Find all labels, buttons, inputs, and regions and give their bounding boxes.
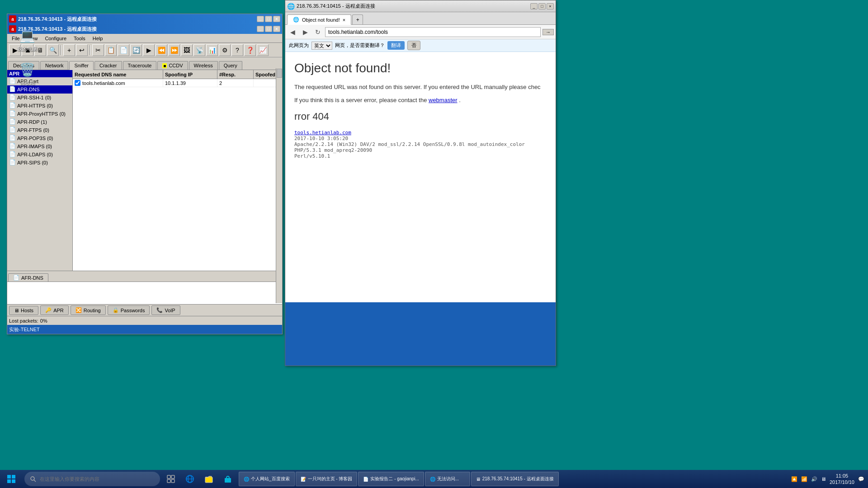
display-icon[interactable]: 🖥 <box>821 476 826 482</box>
tb-btn7[interactable]: 📄 <box>118 44 129 56</box>
taskbar-app-store[interactable] <box>219 470 237 488</box>
tb-btn17[interactable]: ❓ <box>244 44 256 56</box>
dns-checkbox[interactable] <box>75 80 80 86</box>
back-button[interactable]: ◀ <box>287 27 298 38</box>
taskbar-app-ie[interactable] <box>181 470 199 488</box>
tb-btn5[interactable]: ✂ <box>92 44 104 56</box>
table-row: tools.hetianlab.com 10.1.1.39 2 <box>73 79 282 87</box>
browser-tab-active[interactable]: 🌐 Object not found! × <box>287 14 351 25</box>
tab-ccdv[interactable]: ■CCDV <box>157 61 188 70</box>
tree-item-sips[interactable]: 📄 APR-SIPS (0) <box>7 159 72 167</box>
taskbar-win-error[interactable]: 🌐 无法访问... <box>425 472 470 486</box>
taskbar-win-blog[interactable]: 📝 一只坷的主页 - 博客园 <box>296 472 358 486</box>
tb-btn4[interactable]: ↩ <box>76 44 88 56</box>
network-icon[interactable]: 📶 <box>801 476 807 482</box>
tab-cracker[interactable]: Cracker <box>94 61 122 70</box>
menu-help[interactable]: Help <box>89 35 107 42</box>
maximize-button[interactable]: □ <box>265 16 272 22</box>
tab-traceroute[interactable]: Traceroute <box>123 61 157 70</box>
tab-sniffer[interactable]: Sniffer <box>69 61 94 70</box>
tb-btn15[interactable]: ⚙ <box>219 44 231 56</box>
go-button[interactable]: → <box>542 29 554 35</box>
bot-tab-hosts[interactable]: 🖥 Hosts <box>9 306 38 315</box>
tb-btn14[interactable]: 📊 <box>206 44 218 56</box>
tab-wireless[interactable]: Wireless <box>189 61 218 70</box>
translate-lang-select[interactable]: 英文 <box>311 42 332 50</box>
taskbar-app-taskview[interactable] <box>162 470 180 488</box>
minimize-button[interactable]: _ <box>257 16 264 22</box>
translate-yes-button[interactable]: 翻译 <box>387 41 405 50</box>
vertical-scrollbar[interactable] <box>276 68 282 303</box>
refresh-button[interactable]: ↻ <box>312 27 323 38</box>
tree-item-ftps[interactable]: 📄 APR-FTPS (0) <box>7 126 72 134</box>
taskbar-win-baidu[interactable]: 🌐 个人网站_百度搜索 <box>239 472 295 486</box>
tb-btn12[interactable]: 🖼 <box>181 44 193 56</box>
tb-scan-btn[interactable]: 🔍 <box>47 44 59 56</box>
taskbar-app-explorer[interactable] <box>200 470 218 488</box>
tree-item-pop3s[interactable]: 📄 APR-POP3S (0) <box>7 134 72 142</box>
desktop-icon-recycle[interactable]: 🗑️ 回收站 <box>11 59 43 88</box>
apr-title-text: 218.76.35.74:10413 - 远程桌面连接 <box>18 16 255 23</box>
start-button[interactable] <box>0 470 23 488</box>
systray-up-icon[interactable]: 🔼 <box>791 476 797 482</box>
taskbar-win-report[interactable]: 📄 实验报告二 - gaojianpi... <box>358 472 424 486</box>
volume-icon[interactable]: 🔊 <box>811 476 817 482</box>
tb-btn10[interactable]: ⏪ <box>156 44 167 56</box>
tab-query[interactable]: Query <box>219 61 242 70</box>
close-button[interactable]: × <box>273 16 280 22</box>
log-tab-afr-dns[interactable]: 📄 AFR-DNS <box>8 273 48 282</box>
inner-titlebar: a 218.76.35.74:10413 - 远程桌面连接 _ □ × <box>7 24 282 34</box>
tree-item-rdp[interactable]: 📄 APR-RDP (1) <box>7 118 72 126</box>
footer-link[interactable]: tools.hetianlab.com <box>294 130 351 136</box>
tree-item-ssh1[interactable]: 📄 APR-SSH-1 (0) <box>7 94 72 102</box>
bot-tab-apr-label: APR <box>53 308 64 313</box>
browser-tab-close[interactable]: × <box>343 17 345 23</box>
browser-close-button[interactable]: × <box>547 3 554 9</box>
inner-maximize-button[interactable]: □ <box>265 26 272 32</box>
taskbar-search-bar[interactable] <box>24 472 160 486</box>
clock[interactable]: 11:05 2017/10/10 <box>830 473 854 486</box>
routing-icon: 🔀 <box>75 307 82 313</box>
tb-btn8[interactable]: 🔄 <box>130 44 142 56</box>
tb-btn11[interactable]: ⏩ <box>168 44 180 56</box>
svg-point-4 <box>31 477 34 480</box>
tb-btn16[interactable]: ? <box>231 44 243 56</box>
bot-tab-apr[interactable]: 🔑 APR <box>40 305 69 315</box>
search-input[interactable] <box>40 476 139 482</box>
notification-icon[interactable]: 💬 <box>858 476 864 482</box>
tb-btn6[interactable]: 📋 <box>105 44 117 56</box>
inner-minimize-button[interactable]: _ <box>257 26 264 32</box>
browser-maximize-button[interactable]: □ <box>538 3 546 9</box>
explorer-icon <box>204 474 213 483</box>
tree-item-ldaps[interactable]: 📄 APR-LDAPS (0) <box>7 150 72 159</box>
forward-button[interactable]: ▶ <box>300 27 311 38</box>
mycomputer-icon: 💻 <box>18 27 36 45</box>
taskbar-win-remote[interactable]: 🖥 218.76.35.74:10415 - 远程桌面连接 <box>471 472 559 486</box>
webmaster-link[interactable]: webmaster <box>429 97 458 103</box>
tree-item-imaps[interactable]: 📄 APR-IMAPS (0) <box>7 142 72 150</box>
scrollbar-thumb[interactable] <box>277 69 282 78</box>
tb-btn9[interactable]: ▶ <box>143 44 155 56</box>
translate-bar: 此网页为 英文 网页，是否需要翻译？ 翻译 否 <box>285 39 556 52</box>
menu-configure[interactable]: Configure <box>41 35 70 42</box>
tree-item-https[interactable]: 📄 APR-HTTPS (0) <box>7 102 72 110</box>
desktop-icon-mycomputer[interactable]: 💻 我的电脑 <box>11 25 43 54</box>
menu-tools[interactable]: Tools <box>70 35 89 42</box>
url-bar[interactable] <box>325 27 541 37</box>
tb-btn18[interactable]: 📈 <box>257 44 269 56</box>
tree-item-proxyhttps[interactable]: 📄 APR-ProxyHTTPS (0) <box>7 110 72 118</box>
table-header: Requested DNS name Spoofing IP #Resp. Sp… <box>73 70 282 79</box>
browser-minimize-button[interactable]: _ <box>530 3 538 9</box>
tb-btn13[interactable]: 📡 <box>193 44 205 56</box>
new-tab-button[interactable]: + <box>352 14 363 24</box>
bot-tab-voip[interactable]: 📞 VoIP <box>151 305 180 315</box>
translate-no-button[interactable]: 否 <box>407 41 420 50</box>
windows-logo-icon <box>7 474 16 483</box>
rdp-icon: 📄 <box>9 118 16 126</box>
tab-network[interactable]: Network <box>40 61 68 70</box>
blog-label: 一只坷的主页 - 博客园 <box>308 476 353 482</box>
bot-tab-passwords[interactable]: 🔒 Passwords <box>108 305 150 315</box>
inner-close-button[interactable]: × <box>273 26 280 32</box>
tb-btn3[interactable]: + <box>63 44 75 56</box>
bot-tab-routing[interactable]: 🔀 Routing <box>71 305 106 315</box>
